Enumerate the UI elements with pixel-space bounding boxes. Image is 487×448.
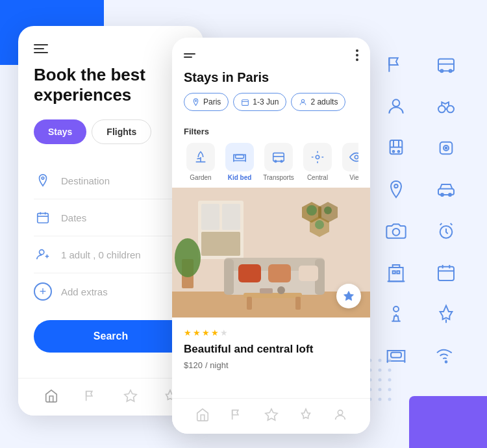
svg-rect-81 xyxy=(260,288,273,293)
svg-point-5 xyxy=(393,99,400,106)
nav-flag-right-icon[interactable] xyxy=(230,408,244,425)
speaker-icon xyxy=(433,135,459,161)
svg-rect-61 xyxy=(222,204,240,230)
guests-chip[interactable]: 2 adults xyxy=(291,93,345,111)
guests-field[interactable]: 1 adult , 0 children xyxy=(34,236,188,273)
svg-point-16 xyxy=(443,145,449,151)
hotel-info: ★ ★ ★ ★ ★ Beautiful and central loft $12… xyxy=(172,317,370,380)
tab-stays[interactable]: Stays xyxy=(34,119,86,144)
thumbtack-icon xyxy=(433,301,459,327)
svg-rect-79 xyxy=(247,297,252,310)
svg-line-25 xyxy=(451,223,453,225)
filter-kid-bed[interactable]: Kid bed xyxy=(223,143,256,181)
hotel-name: Beautiful and central loft xyxy=(184,343,358,356)
svg-point-82 xyxy=(277,286,285,294)
svg-point-110 xyxy=(388,388,392,392)
nav-star-right-icon[interactable] xyxy=(264,408,279,425)
right-card-top-row xyxy=(184,49,358,61)
dates-chip[interactable]: 1-3 Jun xyxy=(233,93,286,111)
location-chip[interactable]: Paris xyxy=(184,93,229,111)
svg-point-97 xyxy=(379,369,382,372)
hotel-price: $120 / night xyxy=(184,359,358,370)
nav-home-icon[interactable] xyxy=(44,389,58,406)
stays-title: Stays in Paris xyxy=(184,70,358,85)
star-5: ★ xyxy=(220,328,228,338)
svg-point-17 xyxy=(445,147,447,149)
person-icon xyxy=(383,93,409,119)
svg-point-36 xyxy=(445,361,447,363)
svg-rect-29 xyxy=(438,267,454,280)
three-dots-icon[interactable] xyxy=(356,49,358,61)
right-stays-card: Stays in Paris Paris 1-3 Jun 2 adults Fi… xyxy=(172,38,370,434)
bg-purple-accent-bottom xyxy=(409,396,487,448)
dates-field[interactable]: Dates xyxy=(34,199,188,236)
svg-rect-62 xyxy=(201,232,240,256)
svg-point-42 xyxy=(40,250,44,255)
svg-rect-28 xyxy=(397,271,399,273)
svg-rect-77 xyxy=(299,266,318,281)
alarm-icon xyxy=(433,218,459,244)
tabs-row: Stays Flights xyxy=(34,119,188,144)
svg-marker-85 xyxy=(265,409,277,420)
svg-rect-60 xyxy=(201,204,219,230)
nav-person-right-icon[interactable] xyxy=(333,408,347,425)
filter-garden[interactable]: Garden xyxy=(184,143,218,181)
star-2: ★ xyxy=(193,328,201,338)
guests-label: 1 adult , 0 children xyxy=(61,249,141,260)
svg-point-6 xyxy=(438,106,445,113)
calendar-icon xyxy=(34,208,52,227)
hamburger-menu-icon[interactable] xyxy=(34,44,48,53)
wifi-icon xyxy=(433,343,459,369)
svg-point-104 xyxy=(388,379,392,382)
filter-icons-row: Garden Kid bed Transports xyxy=(184,143,358,181)
svg-point-66 xyxy=(306,205,317,216)
search-button[interactable]: Search xyxy=(34,320,188,353)
favorite-button[interactable] xyxy=(336,284,361,308)
filter-transports[interactable]: Transports xyxy=(262,143,295,181)
destination-field[interactable]: Destination xyxy=(34,162,188,199)
dates-label: Dates xyxy=(61,212,86,223)
nav-star-icon[interactable] xyxy=(123,389,138,406)
svg-rect-27 xyxy=(393,271,395,273)
svg-point-70 xyxy=(175,238,201,277)
svg-point-98 xyxy=(388,369,392,372)
svg-point-54 xyxy=(316,155,319,159)
filters-section: Filters Garden Kid bed Trans xyxy=(172,127,370,188)
svg-point-45 xyxy=(195,100,196,101)
stars-row: ★ ★ ★ ★ ★ xyxy=(184,328,358,338)
star-3: ★ xyxy=(202,328,210,338)
filter-central[interactable]: Central xyxy=(301,143,334,181)
svg-marker-83 xyxy=(344,292,354,301)
add-extras-label: Add extras xyxy=(61,286,108,297)
svg-point-33 xyxy=(393,306,399,312)
svg-point-67 xyxy=(324,206,332,214)
star-1: ★ xyxy=(184,328,192,338)
flag-icon xyxy=(383,52,409,78)
add-extras-row[interactable]: + Add extras xyxy=(34,273,188,310)
destination-label: Destination xyxy=(61,175,110,186)
right-hamburger-icon[interactable] xyxy=(184,53,195,58)
svg-point-13 xyxy=(393,151,395,153)
svg-rect-76 xyxy=(268,264,291,282)
svg-point-86 xyxy=(338,410,342,415)
svg-point-68 xyxy=(315,220,324,229)
svg-marker-44 xyxy=(125,390,136,401)
nav-pin-right-icon[interactable] xyxy=(299,408,313,425)
svg-rect-15 xyxy=(440,142,453,155)
person-plus-icon xyxy=(34,245,52,264)
filters-label: Filters xyxy=(184,127,358,136)
icons-panel xyxy=(383,52,468,369)
svg-point-91 xyxy=(379,359,382,362)
svg-point-115 xyxy=(379,398,382,401)
car-icon xyxy=(433,177,459,203)
svg-point-55 xyxy=(355,155,358,159)
building-icon xyxy=(383,260,409,286)
person-scale-icon xyxy=(383,301,409,327)
nav-flag-icon[interactable] xyxy=(84,389,98,406)
tab-flights[interactable]: Flights xyxy=(92,119,151,144)
binoculars-icon xyxy=(433,93,459,119)
main-heading: Book the best experiences xyxy=(34,65,188,105)
nav-home-right-icon[interactable] xyxy=(195,408,210,425)
filter-view[interactable]: View xyxy=(340,143,358,181)
svg-rect-1 xyxy=(438,59,454,71)
